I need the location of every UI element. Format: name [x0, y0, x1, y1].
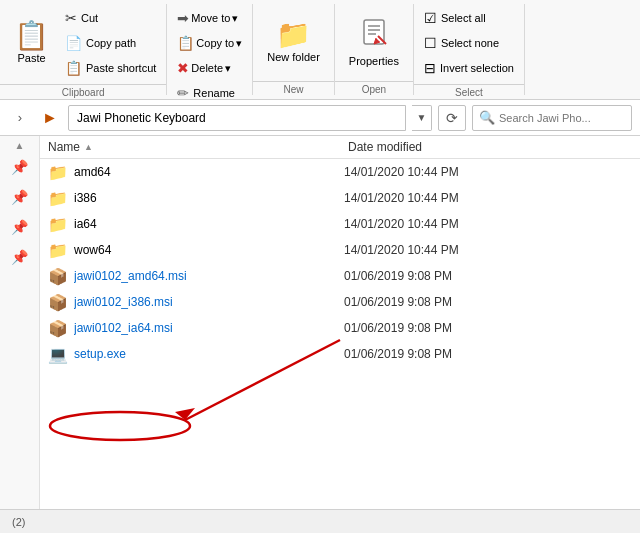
file-date: 01/06/2019 9:08 PM	[344, 295, 452, 309]
properties-button[interactable]: Properties	[339, 12, 409, 71]
copy-path-button[interactable]: 📄 Copy path	[59, 31, 162, 55]
move-to-icon: ➡	[177, 10, 189, 26]
sidebar-pin-3[interactable]: 📌	[4, 213, 36, 241]
copy-to-icon: 📋	[177, 35, 194, 51]
select-all-label: Select all	[441, 12, 486, 24]
file-name: jawi0102_ia64.msi	[74, 321, 344, 335]
invert-label: Invert selection	[440, 62, 514, 74]
new-group: 📁 New folder New	[253, 4, 335, 95]
file-date: 01/06/2019 9:08 PM	[344, 347, 452, 361]
paste-shortcut-button[interactable]: 📋 Paste shortcut	[59, 56, 162, 80]
copy-to-button[interactable]: 📋 Copy to ▾	[171, 31, 248, 55]
paste-shortcut-icon: 📋	[65, 60, 82, 76]
file-name: amd64	[74, 165, 344, 179]
scissors-icon: ✂	[65, 10, 77, 26]
column-name-header: Name ▲	[48, 140, 348, 154]
table-row[interactable]: 📦 jawi0102_ia64.msi 01/06/2019 9:08 PM	[40, 315, 640, 341]
file-name: wow64	[74, 243, 344, 257]
sidebar-pin-4[interactable]: 📌	[4, 243, 36, 271]
rename-icon: ✏	[177, 85, 189, 101]
move-to-label: Move to	[191, 12, 230, 24]
file-area: Name ▲ Date modified 📁 amd64 14/01/2020 …	[40, 136, 640, 509]
folder-icon: 📁	[48, 189, 68, 208]
file-name: setup.exe	[74, 347, 344, 361]
select-group-label: Select	[414, 84, 524, 98]
delete-icon: ✖	[177, 60, 189, 76]
file-date: 14/01/2020 10:44 PM	[344, 165, 459, 179]
paste-label: Paste	[17, 52, 45, 64]
table-row[interactable]: 📁 wow64 14/01/2020 10:44 PM	[40, 237, 640, 263]
status-bar: (2)	[0, 509, 640, 533]
copy-path-label: Copy path	[86, 37, 136, 49]
rename-button[interactable]: ✏ Rename	[171, 81, 248, 105]
search-input[interactable]	[499, 112, 625, 124]
open-group: Properties Open	[335, 4, 414, 95]
copy-to-label: Copy to	[196, 37, 234, 49]
file-date: 14/01/2020 10:44 PM	[344, 243, 459, 257]
select-none-button[interactable]: ☐ Select none	[418, 31, 520, 55]
new-folder-button[interactable]: 📁 New folder	[257, 17, 330, 67]
table-row[interactable]: 📁 ia64 14/01/2020 10:44 PM	[40, 211, 640, 237]
file-date: 14/01/2020 10:44 PM	[344, 191, 459, 205]
move-to-arrow-icon: ▾	[232, 12, 238, 25]
table-row[interactable]: 📁 amd64 14/01/2020 10:44 PM	[40, 159, 640, 185]
file-date: 01/06/2019 9:08 PM	[344, 321, 452, 335]
rename-label: Rename	[193, 87, 235, 99]
select-group: ☑ Select all ☐ Select none ⊟ Invert sele…	[414, 4, 525, 95]
open-group-label: Open	[335, 81, 413, 95]
move-to-button[interactable]: ➡ Move to ▾	[171, 6, 248, 30]
file-rows: 📁 amd64 14/01/2020 10:44 PM 📁 i386 14/01…	[40, 159, 640, 509]
ribbon: 📋 Paste ✂ Cut 📄 Copy path 📋 Paste	[0, 0, 640, 100]
breadcrumb-arrow: ►	[38, 106, 62, 130]
back-button[interactable]: ›	[8, 106, 32, 130]
sort-icon: ▲	[84, 142, 93, 152]
table-row[interactable]: 💻 setup.exe 01/06/2019 9:08 PM	[40, 341, 640, 367]
copy-to-arrow-icon: ▾	[236, 37, 242, 50]
file-date: 01/06/2019 9:08 PM	[344, 269, 452, 283]
invert-icon: ⊟	[424, 60, 436, 76]
paste-icon: 📋	[14, 22, 49, 50]
copy-path-icon: 📄	[65, 35, 82, 51]
refresh-button[interactable]: ⟳	[438, 105, 466, 131]
delete-button[interactable]: ✖ Delete ▾	[171, 56, 248, 80]
file-name: jawi0102_i386.msi	[74, 295, 344, 309]
sidebar-pin-1[interactable]: 📌	[4, 153, 36, 181]
properties-icon	[358, 16, 390, 53]
select-none-icon: ☐	[424, 35, 437, 51]
msi-icon: 📦	[48, 267, 68, 286]
sidebar: ▲ 📌 📌 📌 📌	[0, 136, 40, 509]
delete-arrow-icon: ▾	[225, 62, 231, 75]
cut-button[interactable]: ✂ Cut	[59, 6, 162, 30]
select-all-button[interactable]: ☑ Select all	[418, 6, 520, 30]
folder-icon: 📁	[48, 163, 68, 182]
new-folder-label: New folder	[267, 51, 320, 63]
column-date-header: Date modified	[348, 140, 422, 154]
cut-label: Cut	[81, 12, 98, 24]
sidebar-pin-2[interactable]: 📌	[4, 183, 36, 211]
select-buttons: ☑ Select all ☐ Select none ⊟ Invert sele…	[418, 6, 520, 80]
new-folder-icon: 📁	[276, 21, 311, 49]
path-dropdown-button[interactable]: ▼	[412, 105, 432, 131]
address-path[interactable]: Jawi Phonetic Keyboard	[68, 105, 406, 131]
new-group-label: New	[253, 81, 334, 95]
select-all-icon: ☑	[424, 10, 437, 26]
path-text: Jawi Phonetic Keyboard	[77, 111, 206, 125]
item-count: (2)	[12, 516, 25, 528]
paste-button[interactable]: 📋 Paste	[4, 18, 59, 68]
table-row[interactable]: 📦 jawi0102_i386.msi 01/06/2019 9:08 PM	[40, 289, 640, 315]
exe-icon: 💻	[48, 345, 68, 364]
address-bar: › ► Jawi Phonetic Keyboard ▼ ⟳ 🔍	[0, 100, 640, 136]
table-row[interactable]: 📁 i386 14/01/2020 10:44 PM	[40, 185, 640, 211]
organize-buttons: ➡ Move to ▾ 📋 Copy to ▾ ✖ Delete ▾	[171, 6, 248, 105]
table-row[interactable]: 📦 jawi0102_amd64.msi 01/06/2019 9:08 PM	[40, 263, 640, 289]
delete-label: Delete	[191, 62, 223, 74]
clipboard-group: 📋 Paste ✂ Cut 📄 Copy path 📋 Paste	[0, 4, 167, 95]
search-box: 🔍	[472, 105, 632, 131]
msi-icon: 📦	[48, 319, 68, 338]
sidebar-scroll-up[interactable]: ▲	[15, 140, 25, 151]
clipboard-label: Clipboard	[0, 84, 166, 98]
file-list-header: Name ▲ Date modified	[40, 136, 640, 159]
clipboard-small-buttons: ✂ Cut 📄 Copy path 📋 Paste shortcut	[59, 6, 162, 80]
main-area: ▲ 📌 📌 📌 📌 Name ▲ Date modified 📁 amd64 1…	[0, 136, 640, 509]
invert-selection-button[interactable]: ⊟ Invert selection	[418, 56, 520, 80]
